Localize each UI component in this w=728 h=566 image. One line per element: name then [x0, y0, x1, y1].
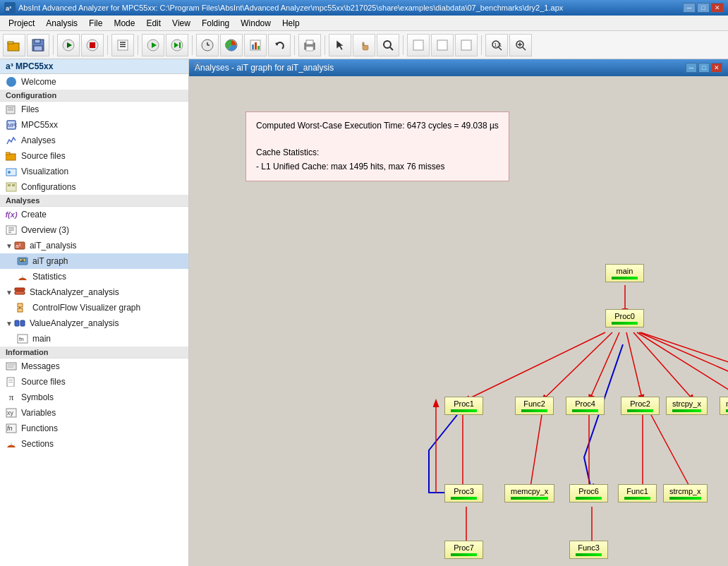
menu-view[interactable]: View [166, 17, 196, 30]
panel-title: Analyses - aiT graph for aiT_analysis [195, 63, 334, 73]
toolbar-page3[interactable] [455, 34, 478, 56]
node-proc0-bar [612, 322, 638, 325]
node-proc6[interactable]: Proc6 [569, 484, 608, 502]
node-proc3[interactable]: Proc3 [444, 484, 483, 502]
sidebar-source-files-config[interactable]: Source files [0, 148, 188, 164]
sidebar-configurations[interactable]: Configurations [0, 179, 188, 195]
toolbar-page2[interactable] [431, 34, 454, 56]
toolbar-zoom-fit[interactable]: 1:1 [485, 34, 508, 56]
sidebar-files[interactable]: Files [0, 102, 188, 117]
menu-edit[interactable]: Edit [140, 17, 166, 30]
node-proc0[interactable]: Proc0 [605, 309, 644, 327]
sidebar-app-header: a³ MPC55xx [0, 59, 188, 74]
menu-folding[interactable]: Folding [196, 17, 235, 30]
sidebar-statistics[interactable]: Statistics [0, 269, 188, 284]
sidebar-ait-graph[interactable]: aiT graph [0, 253, 188, 269]
node-memcpy-x[interactable]: memcpy_x [504, 484, 554, 502]
menu-mode[interactable]: Mode [108, 17, 140, 30]
sidebar-functions[interactable]: fn Functions [0, 421, 188, 436]
svg-rect-52 [6, 152, 10, 155]
statistics-icon [17, 271, 28, 282]
close-button[interactable]: ✕ [711, 3, 724, 13]
panel-max-btn[interactable]: □ [698, 63, 710, 73]
toolbar-step[interactable] [166, 34, 188, 56]
sidebar-overview[interactable]: Overview (3) [0, 222, 188, 238]
svg-rect-25 [252, 44, 254, 49]
toolbar-search[interactable] [377, 34, 399, 56]
toolbar-undo[interactable] [268, 34, 291, 56]
toolbar-sep4 [192, 35, 193, 55]
toolbar-stop[interactable] [81, 34, 104, 56]
node-proc6-bar [576, 497, 602, 500]
menu-window[interactable]: Window [235, 17, 277, 30]
toolbar-pie[interactable] [220, 34, 243, 56]
node-proc2[interactable]: Proc2 [621, 397, 660, 415]
menu-analysis[interactable]: Analysis [40, 17, 83, 30]
panel-min-btn[interactable]: ─ [686, 63, 697, 73]
toolbar-chart[interactable] [244, 34, 267, 56]
sidebar-symbols[interactable]: π Symbols [0, 390, 188, 405]
menu-project[interactable]: Project [3, 17, 40, 30]
toolbar-print[interactable] [298, 34, 321, 56]
svg-point-54 [8, 171, 11, 174]
node-malloc-x[interactable]: malloc_x [720, 397, 728, 415]
panel-title-bar: Analyses - aiT graph for aiT_analysis ─ … [189, 59, 728, 76]
toolbar-page1[interactable] [407, 34, 430, 56]
minimize-button[interactable]: ─ [683, 3, 696, 13]
node-main[interactable]: main [605, 264, 644, 282]
svg-rect-38 [461, 40, 471, 50]
sidebar-value-analysis[interactable]: ▼ ValueAnalyzer_analysis [0, 315, 188, 331]
sidebar-messages[interactable]: Messages [0, 359, 188, 374]
menu-file[interactable]: File [83, 17, 108, 30]
toolbar-list[interactable] [111, 34, 134, 56]
visualization-icon [6, 166, 17, 177]
svg-rect-82 [8, 380, 13, 380]
svg-text:xy: xy [7, 409, 14, 416]
app-logo: a³ MPC55xx [6, 61, 53, 71]
svg-text:a³: a³ [6, 5, 11, 12]
graph-area[interactable]: Computed Worst-Case Execution Time: 6473… [189, 76, 728, 566]
messages-icon [6, 361, 17, 372]
maximize-button[interactable]: □ [697, 3, 710, 13]
sidebar-variables[interactable]: xy Variables [0, 405, 188, 421]
sidebar-value-main[interactable]: fn main [0, 331, 188, 347]
source-folder-icon [6, 150, 17, 162]
toolbar-play[interactable] [57, 34, 80, 56]
menu-help[interactable]: Help [277, 17, 305, 30]
sidebar-analyses[interactable]: Analyses [0, 133, 188, 148]
sidebar-create[interactable]: f(x) Create [0, 207, 188, 222]
toolbar-hand[interactable] [353, 34, 375, 56]
info-line1: Computed Worst-Case Execution Time: 6473… [256, 119, 499, 133]
node-func3[interactable]: Func3 [569, 541, 608, 559]
sidebar-mpc55xx[interactable]: MPC MPC55xx [0, 117, 188, 133]
node-proc4[interactable]: Proc4 [566, 397, 605, 415]
sidebar-controlflow[interactable]: ControlFlow Visualizer graph [0, 300, 188, 315]
sidebar-sections[interactable]: Sections [0, 436, 188, 452]
sidebar-welcome[interactable]: Welcome [0, 74, 188, 90]
title-bar-controls: ─ □ ✕ [683, 3, 724, 13]
node-proc1[interactable]: Proc1 [444, 397, 483, 415]
toolbar-run[interactable] [142, 34, 164, 56]
node-func2[interactable]: Func2 [515, 397, 554, 415]
pin-icon[interactable] [192, 61, 203, 74]
panel-close-btn[interactable]: ✕ [711, 63, 722, 73]
node-func1[interactable]: Func1 [618, 484, 657, 502]
toolbar-clock[interactable] [196, 34, 219, 56]
node-strcpy-x[interactable]: strcpy_x [666, 397, 708, 415]
toolbar-sep3 [138, 35, 138, 55]
sidebar-stack-analysis[interactable]: ▼ StackAnalyzer_analysis [0, 284, 188, 300]
toolbar-open[interactable] [3, 34, 25, 56]
svg-rect-74 [15, 320, 19, 326]
toolbar-zoom-in[interactable] [509, 34, 532, 56]
toolbar-save[interactable] [27, 34, 49, 56]
toolbar-cursor[interactable] [329, 34, 351, 56]
sidebar-source-files-info[interactable]: Source files [0, 374, 188, 390]
sidebar-visualization[interactable]: Visualization [0, 164, 188, 179]
svg-rect-5 [35, 40, 40, 43]
node-proc7[interactable]: Proc7 [444, 541, 483, 559]
sidebar-ait-analysis[interactable]: ▼ a³ aiT_analysis [0, 238, 188, 253]
node-strcmp-x[interactable]: strcmp_x [663, 484, 708, 502]
svg-rect-83 [8, 382, 13, 383]
node-memcpy-bar [511, 497, 548, 500]
svg-marker-32 [336, 40, 344, 50]
